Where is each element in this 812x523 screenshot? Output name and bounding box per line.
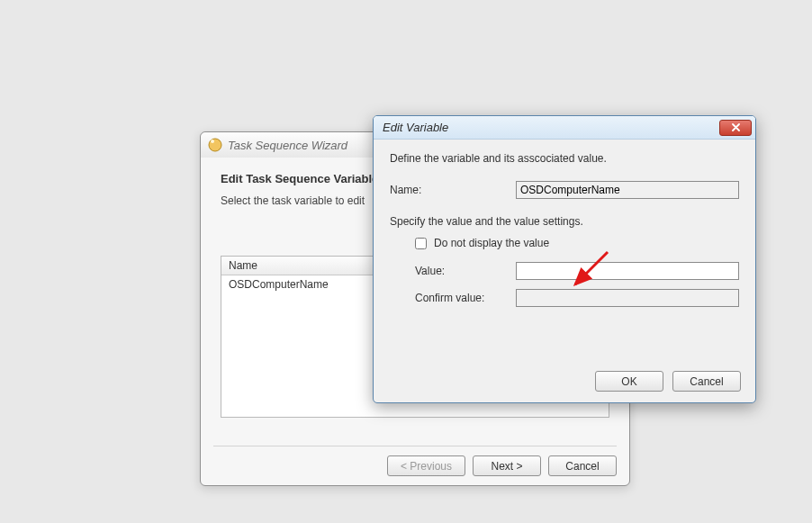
value-row: Value:: [390, 262, 739, 280]
svg-point-1: [211, 140, 214, 143]
wizard-icon: [208, 138, 222, 152]
do-not-display-checkbox[interactable]: [415, 238, 427, 249]
name-label: Name:: [390, 184, 516, 196]
wizard-title: Task Sequence Wizard: [228, 139, 347, 152]
name-row: Name:: [390, 181, 739, 199]
dialog-footer: OK Cancel: [595, 371, 741, 392]
dialog-body: Define the variable and its asscociated …: [374, 140, 755, 307]
value-section-heading: Specify the value and the value settings…: [390, 215, 739, 228]
dialog-description: Define the variable and its asscociated …: [390, 152, 739, 165]
wizard-cancel-button[interactable]: Cancel: [548, 455, 617, 476]
value-form: Value: Confirm value:: [390, 262, 739, 307]
do-not-display-row: Do not display the value: [415, 237, 739, 249]
svg-point-0: [209, 139, 221, 151]
close-button[interactable]: [719, 120, 752, 136]
confirm-value-field[interactable]: [516, 289, 739, 307]
close-icon: [731, 123, 741, 131]
confirm-value-label: Confirm value:: [390, 292, 516, 304]
edit-variable-dialog: Edit Variable Define the variable and it…: [373, 115, 756, 403]
dialog-title: Edit Variable: [383, 121, 448, 134]
confirm-value-row: Confirm value:: [390, 289, 739, 307]
previous-button: < Previous: [387, 455, 465, 476]
name-field[interactable]: [516, 181, 739, 199]
value-field[interactable]: [516, 262, 739, 280]
do-not-display-label: Do not display the value: [434, 237, 549, 249]
wizard-footer: < Previous Next > Cancel: [213, 446, 617, 476]
dialog-titlebar[interactable]: Edit Variable: [374, 116, 755, 140]
ok-button[interactable]: OK: [595, 371, 663, 392]
dialog-cancel-button[interactable]: Cancel: [672, 371, 741, 392]
next-button[interactable]: Next >: [473, 455, 541, 476]
value-label: Value:: [390, 265, 516, 277]
